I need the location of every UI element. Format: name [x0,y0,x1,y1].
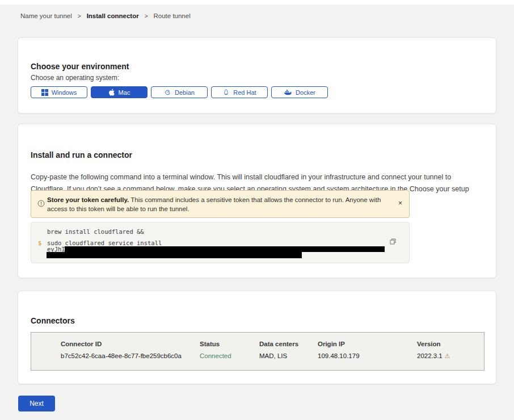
os-button-mac[interactable]: Mac [91,86,148,98]
os-button-label: Docker [296,89,315,96]
redhat-linux-icon [222,89,230,96]
os-button-debian[interactable]: Debian [151,86,208,98]
connectors-card: Connectors Connector ID Status Data cent… [18,291,496,384]
column-header-origin-ip: Origin IP [318,341,417,347]
column-header-status: Status [200,341,259,347]
os-button-label: Debian [175,89,195,96]
origin-ip-value: 109.48.10.179 [318,352,417,360]
redacted-token-bar-1 [65,246,385,252]
connectors-table-header: Connector ID Status Data centers Origin … [31,341,484,347]
close-icon[interactable]: × [397,199,403,208]
shell-prompt: $ [38,240,41,246]
top-white-strip [0,0,514,5]
column-header-connector-id: Connector ID [61,341,200,347]
status-badge: Connected [200,352,259,360]
version-warning-icon: ⚠ [445,352,450,359]
card-title-connectors: Connectors [31,316,75,325]
debian-swirl-icon [164,89,171,96]
breadcrumb: Name your tunnel > Install connector > R… [20,12,191,19]
token-warning-text: Store your token carefully. This command… [47,195,383,213]
breadcrumb-separator: > [145,13,148,19]
os-button-docker[interactable]: Docker [271,86,328,98]
breadcrumb-step-install-connector[interactable]: Install connector [87,12,139,19]
os-button-label: Red Hat [233,89,256,96]
breadcrumb-separator: > [78,13,81,19]
code-line-brew-install: brew install cloudflared && [47,228,144,235]
os-select-label: Choose an operating system: [31,74,119,82]
next-button[interactable]: Next [18,396,55,411]
connector-table-row: b7c52c42-6caa-48ee-8c77-fbe259cb6c0a Con… [31,352,484,360]
version-value: 2022.3.1⚠ [417,352,484,360]
install-command-codeblock: brew install cloudflared && $ sudo cloud… [31,222,410,263]
alert-circle-icon [37,200,45,207]
connector-id-value: b7c52c42-6caa-48ee-8c77-fbe259cb6c0a [61,352,200,360]
choose-environment-card: Choose your environment Choose an operat… [18,37,496,114]
breadcrumb-step-route-tunnel[interactable]: Route tunnel [154,12,191,19]
apple-logo-icon [108,89,115,96]
card-title-choose-environment: Choose your environment [31,62,129,71]
os-button-redhat[interactable]: Red Hat [211,86,268,98]
os-button-group: Windows Mac Debian Red Hat [31,86,328,98]
os-button-label: Mac [119,89,130,96]
os-button-label: Windows [52,89,77,96]
copy-icon[interactable] [389,238,397,247]
redacted-token-bar-2 [47,252,302,258]
breadcrumb-step-name-your-tunnel[interactable]: Name your tunnel [20,12,72,19]
card-title-install-connector: Install and run a connector [31,150,132,159]
column-header-version: Version [417,341,484,347]
windows-logo-icon [41,89,48,96]
connectors-table: Connector ID Status Data centers Origin … [31,332,484,371]
token-warning-banner: Store your token carefully. This command… [31,190,410,218]
column-header-data-centers: Data centers [259,341,318,347]
os-button-windows[interactable]: Windows [31,86,87,98]
docker-whale-icon [284,89,292,96]
token-warning-bold: Store your token carefully. [47,196,129,203]
data-centers-value: MAD, LIS [259,352,318,360]
install-connector-card: Install and run a connector Copy-paste t… [18,124,496,278]
